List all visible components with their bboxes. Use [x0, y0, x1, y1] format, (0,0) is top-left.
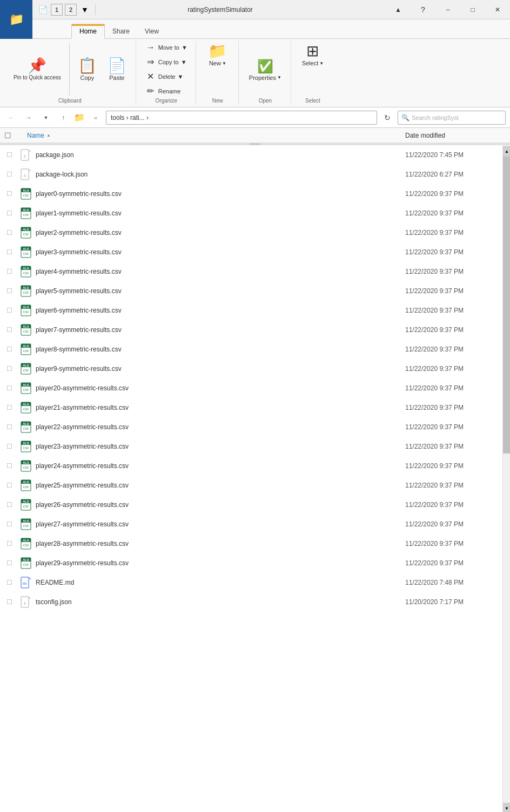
row-checkbox[interactable]: ☐ — [4, 287, 19, 295]
copy-icon: 📋 — [78, 58, 97, 73]
file-row[interactable]: ☐ XLS CSV player4-symmetric-results.csv … — [0, 262, 510, 281]
minimize-btn[interactable]: − — [435, 0, 460, 19]
scrollbar-track[interactable]: ▲ ▼ — [502, 146, 510, 812]
row-checkbox[interactable]: ☐ — [4, 346, 19, 353]
qat-icon-1[interactable]: 📄 — [37, 4, 49, 16]
svg-text:XLS: XLS — [23, 306, 29, 309]
back-btn[interactable]: ← — [4, 111, 18, 125]
col-header-name[interactable]: Name ▲ — [25, 132, 405, 139]
scroll-thumb[interactable] — [503, 157, 510, 454]
svg-text:{}: {} — [24, 174, 26, 177]
move-to-btn[interactable]: → Move to ▼ — [142, 41, 191, 54]
help-btn[interactable]: ? — [411, 0, 435, 19]
row-checkbox[interactable]: ☐ — [4, 209, 19, 217]
row-checkbox[interactable]: ☐ — [4, 326, 19, 334]
svg-text:XLS: XLS — [23, 247, 29, 251]
file-row[interactable]: ☐ XLS CSV player28-asymmetric-results.cs… — [0, 534, 510, 553]
file-icon: XLS CSV — [19, 479, 32, 492]
file-row[interactable]: ☐ XLS CSV player27-asymmetric-results.cs… — [0, 515, 510, 534]
row-checkbox[interactable]: ☐ — [4, 501, 19, 509]
ribbon-group-clipboard: 📌 Pin to Quick access 📋 Copy 📄 Paste Cli… — [4, 41, 136, 105]
file-date: 11/22/2020 9:37 PM — [405, 559, 502, 567]
file-row[interactable]: ☐ XLS CSV player20-asymmetric-results.cs… — [0, 378, 510, 398]
file-row[interactable]: ☐ XLS CSV player29-asymmetric-results.cs… — [0, 553, 510, 573]
file-row[interactable]: ☐ XLS CSV player9-symmetric-results.csv … — [0, 359, 510, 378]
row-checkbox[interactable]: ☐ — [4, 229, 19, 236]
row-checkbox[interactable]: ☐ — [4, 482, 19, 489]
rename-btn[interactable]: ✏ Rename — [142, 84, 191, 98]
row-checkbox[interactable]: ☐ — [4, 384, 19, 392]
file-name: player22-asymmetric-results.csv — [36, 423, 405, 431]
ribbon-collapse-btn[interactable]: ▲ — [386, 0, 411, 19]
row-checkbox[interactable]: ☐ — [4, 171, 19, 178]
tab-view[interactable]: View — [137, 24, 166, 38]
file-row[interactable]: ☐ XLS CSV player22-asymmetric-results.cs… — [0, 417, 510, 437]
delete-btn[interactable]: ✕ Delete ▼ — [142, 70, 191, 83]
svg-text:XLS: XLS — [23, 422, 29, 425]
row-checkbox[interactable]: ☐ — [4, 365, 19, 373]
row-checkbox[interactable]: ☐ — [4, 268, 19, 275]
file-row[interactable]: ☐ XLS CSV player3-symmetric-results.csv … — [0, 242, 510, 262]
file-row[interactable]: ☐ XLS CSV player23-asymmetric-results.cs… — [0, 437, 510, 456]
row-checkbox[interactable]: ☐ — [4, 443, 19, 450]
tab-share[interactable]: Share — [105, 24, 137, 38]
file-name: player9-symmetric-results.csv — [36, 365, 405, 373]
row-checkbox[interactable]: ☐ — [4, 462, 19, 470]
svg-text:XLS: XLS — [23, 519, 29, 523]
row-checkbox[interactable]: ☐ — [4, 404, 19, 411]
tab-home[interactable]: Home — [71, 24, 105, 39]
scroll-down-btn[interactable]: ▼ — [503, 803, 510, 812]
file-row[interactable]: ☐ XLS CSV player26-asymmetric-results.cs… — [0, 495, 510, 515]
dropdown-btn[interactable]: ▼ — [39, 111, 53, 125]
svg-text:CSV: CSV — [23, 466, 29, 469]
row-checkbox[interactable]: ☐ — [4, 559, 19, 567]
file-row[interactable]: ☐ {} package.json 11/22/2020 7:45 PM — [0, 145, 510, 165]
file-row[interactable]: ☐ XLS CSV player5-symmetric-results.csv … — [0, 281, 510, 301]
file-name: package-lock.json — [36, 171, 405, 178]
file-row[interactable]: ☐ XLS CSV player2-symmetric-results.csv … — [0, 223, 510, 242]
row-checkbox[interactable]: ☐ — [4, 307, 19, 314]
row-checkbox[interactable]: ☐ — [4, 423, 19, 431]
file-row[interactable]: ☐ XLS CSV player0-symmetric-results.csv … — [0, 184, 510, 204]
file-row[interactable]: ☐ XLS CSV player25-asymmetric-results.cs… — [0, 476, 510, 495]
row-checkbox[interactable]: ☐ — [4, 540, 19, 547]
row-checkbox[interactable]: ☐ — [4, 190, 19, 198]
maximize-btn[interactable]: □ — [460, 0, 485, 19]
row-checkbox[interactable]: ☐ — [4, 520, 19, 528]
scroll-up-btn[interactable]: ▲ — [503, 146, 510, 157]
search-box[interactable]: 🔍 Search ratingSyst — [398, 111, 506, 125]
file-row[interactable]: ☐ XLS CSV player8-symmetric-results.csv … — [0, 340, 510, 359]
col-header-date[interactable]: Date modified — [405, 132, 502, 139]
row-checkbox[interactable]: ☐ — [4, 248, 19, 256]
forward-btn[interactable]: → — [22, 111, 36, 125]
file-row[interactable]: ☐ XLS CSV player1-symmetric-results.csv … — [0, 204, 510, 223]
row-checkbox[interactable]: ☐ — [4, 579, 19, 586]
svg-text:CSV: CSV — [23, 310, 29, 314]
row-checkbox[interactable]: ☐ — [4, 598, 19, 606]
file-row[interactable]: ☐ XLS CSV player21-asymmetric-results.cs… — [0, 398, 510, 417]
copy-to-btn[interactable]: ⇒ Copy to ▼ — [142, 55, 191, 69]
file-row[interactable]: ☐ {} package-lock.json 11/22/2020 6:27 P… — [0, 165, 510, 184]
file-row[interactable]: ☐ XLS CSV player7-symmetric-results.csv … — [0, 320, 510, 340]
paste-btn[interactable]: 📄 Paste — [103, 56, 131, 84]
file-row[interactable]: ☐ XLS CSV player6-symmetric-results.csv … — [0, 301, 510, 320]
file-row[interactable]: ☐ XLS CSV player24-asymmetric-results.cs… — [0, 456, 510, 476]
file-row[interactable]: ☐ {} tsconfig.json 11/20/2020 7:17 PM — [0, 592, 510, 612]
address-path[interactable]: tools › rati... › — [106, 111, 377, 125]
new-btn[interactable]: 📁 New ▼ — [202, 41, 234, 69]
row-checkbox[interactable]: ☐ — [4, 151, 19, 159]
file-row[interactable]: ☐ MD README.md 11/22/2020 7:48 PM — [0, 573, 510, 592]
file-date: 11/22/2020 9:37 PM — [405, 190, 502, 198]
select-btn[interactable]: ⊞ Select ▼ — [297, 41, 329, 69]
open-btns: ✅ Properties ▼ — [244, 41, 286, 98]
refresh-btn[interactable]: ↻ — [380, 111, 394, 125]
up-btn[interactable]: ↑ — [56, 111, 70, 125]
file-name: player4-symmetric-results.csv — [36, 268, 405, 275]
select-all-checkbox[interactable]: ☐ — [4, 131, 19, 140]
new-folder-icon: 📁 — [208, 44, 227, 59]
svg-text:XLS: XLS — [23, 383, 29, 387]
pin-to-quick-access-btn[interactable]: 📌 Pin to Quick access — [9, 56, 66, 84]
copy-btn[interactable]: 📋 Copy — [73, 56, 102, 84]
properties-btn[interactable]: ✅ Properties ▼ — [244, 56, 286, 84]
close-btn[interactable]: ✕ — [485, 0, 510, 19]
